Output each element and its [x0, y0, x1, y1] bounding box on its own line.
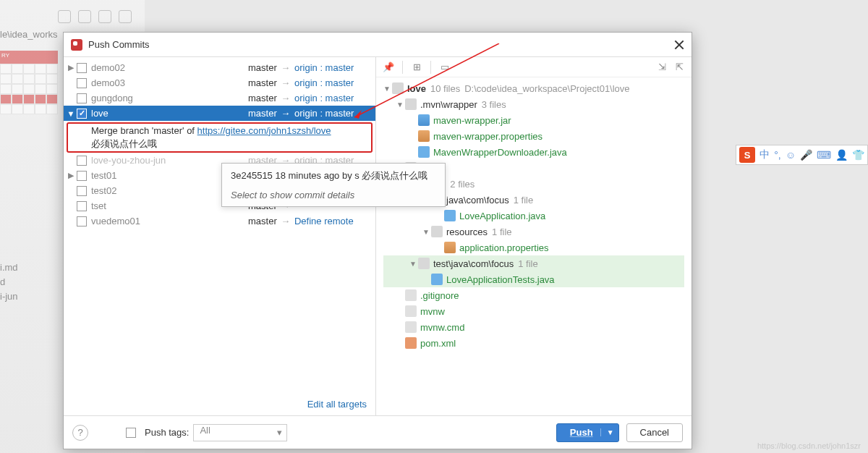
commit-tooltip: 3e245515 18 minutes ago by s 必须说点什么哦 Sel… — [221, 163, 446, 207]
edit-all-targets-link[interactable]: Edit all targets — [307, 399, 367, 410]
group-icon[interactable]: ⊞ — [410, 61, 423, 74]
repo-name: tset — [91, 200, 106, 211]
tooltip-line2: Select to show commit details — [231, 190, 436, 200]
repo-checkbox[interactable] — [77, 109, 87, 119]
tree-item[interactable]: application.properties — [383, 240, 684, 255]
repo-checkbox[interactable] — [77, 78, 87, 88]
tree-item[interactable]: LoveApplicationTests.java — [383, 271, 684, 287]
repos-pane: ▶demo02master → origin : masterdemo03mas… — [64, 57, 376, 415]
tree-item[interactable]: ▼test\java\com\focus1 file — [383, 255, 684, 271]
push-tags-select[interactable]: All — [193, 424, 287, 441]
watermark: https://blog.csdn.net/john1szr — [757, 441, 861, 450]
repo-name: vuedemo01 — [91, 216, 140, 226]
ime-toolbar[interactable]: S 中 °, ☺ 🎤 ⌨ 👤 👕 — [736, 145, 868, 165]
branch-info[interactable]: master → origin : master — [248, 93, 354, 103]
collapse-icon[interactable]: ⇱ — [673, 61, 686, 74]
tree-item[interactable]: LoveApplication.java — [383, 208, 684, 224]
tree-item[interactable]: .gitignore — [383, 287, 684, 303]
commit-message-box[interactable]: Merge branch 'master' of https://gitee.c… — [67, 122, 373, 153]
repo-checkbox[interactable] — [77, 216, 87, 226]
repo-row-vuedemo01[interactable]: vuedemo01master → Define remote — [64, 213, 375, 229]
repo-name: gungdong — [91, 93, 133, 103]
sogou-icon[interactable]: S — [739, 147, 755, 163]
tree-item[interactable]: maven-wrapper.jar — [383, 112, 684, 128]
tree-item[interactable]: mvnw.cmd — [383, 319, 684, 335]
expander-icon[interactable]: ▼ — [67, 109, 75, 118]
repo-checkbox[interactable] — [77, 63, 87, 73]
push-button[interactable]: Push ▼ — [556, 423, 619, 442]
dialog-titlebar: Push Commits — [64, 33, 692, 57]
repo-name: test02 — [91, 185, 116, 196]
repo-checkbox[interactable] — [77, 201, 87, 211]
branch-info[interactable]: master → Define remote — [248, 216, 354, 226]
expander-icon[interactable]: ▶ — [67, 171, 75, 180]
repo-checkbox[interactable] — [77, 186, 87, 196]
repo-name: test01 — [91, 170, 116, 181]
repo-name: demo03 — [91, 77, 125, 88]
branch-info[interactable]: master → origin : master — [248, 77, 354, 88]
file-tree-root[interactable]: ▼love10 filesD:\code\idea_workspace\Proj… — [383, 80, 684, 96]
app-icon — [71, 39, 82, 51]
push-tags-label: Push tags: — [145, 427, 189, 438]
repo-name: love — [91, 108, 109, 119]
repo-row-demo03[interactable]: demo03master → origin : master — [64, 75, 375, 90]
repo-row-love[interactable]: ▼lovemaster → origin : master — [64, 106, 375, 121]
push-commits-dialog: Push Commits ▶demo02master → origin : ma… — [63, 32, 692, 449]
bg-toolbar — [58, 10, 132, 23]
dialog-title: Push Commits — [88, 39, 150, 50]
tree-item[interactable]: MavenWrapperDownloader.java — [383, 144, 684, 160]
push-tags-checkbox[interactable] — [126, 428, 136, 438]
branch-info[interactable]: master → origin : master — [248, 62, 354, 73]
expander-icon[interactable]: ▶ — [67, 63, 75, 72]
tree-item[interactable]: mvnw — [383, 303, 684, 319]
repo-row-gungdong[interactable]: gungdongmaster → origin : master — [64, 90, 375, 106]
branch-info[interactable]: master → origin : master — [248, 108, 354, 119]
repo-checkbox[interactable] — [77, 171, 87, 181]
tree-item[interactable]: ▼resources1 file — [383, 224, 684, 240]
changes-pane: 📌 ⊞ ▭ ⇲ ⇱ ▼love10 filesD:\code\idea_work… — [376, 57, 692, 415]
file-tree[interactable]: ▼love10 filesD:\code\idea_workspace\Proj… — [376, 77, 692, 415]
repo-name: love-you-zhou-jun — [91, 155, 166, 166]
close-icon[interactable] — [674, 40, 684, 50]
changes-toolbar: 📌 ⊞ ▭ ⇲ ⇱ — [376, 57, 692, 77]
expand-icon[interactable]: ⇲ — [655, 61, 668, 74]
bg-calendar: RY — [0, 51, 58, 145]
repo-tree[interactable]: ▶demo02master → origin : masterdemo03mas… — [64, 57, 375, 393]
tree-item[interactable]: pom.xml — [383, 335, 684, 351]
repo-checkbox[interactable] — [77, 156, 87, 166]
cancel-button[interactable]: Cancel — [626, 423, 683, 442]
repo-checkbox[interactable] — [77, 93, 87, 103]
repo-name: demo02 — [91, 62, 125, 73]
pin-icon[interactable]: 📌 — [382, 61, 395, 74]
bg-path: le\idea_works — [0, 29, 58, 40]
bg-file-list: i.md d i-jun — [0, 261, 18, 304]
tooltip-line1: 3e245515 18 minutes ago by s 必须说点什么哦 — [231, 169, 436, 182]
tree-item[interactable]: ▼.mvn\wrapper3 files — [383, 96, 684, 112]
dialog-footer: ? Push tags: All Push ▼ Cancel — [64, 415, 692, 449]
diff-icon[interactable]: ▭ — [438, 61, 451, 74]
repo-row-demo02[interactable]: ▶demo02master → origin : master — [64, 60, 375, 75]
help-button[interactable]: ? — [72, 425, 88, 441]
tree-item[interactable]: maven-wrapper.properties — [383, 128, 684, 144]
